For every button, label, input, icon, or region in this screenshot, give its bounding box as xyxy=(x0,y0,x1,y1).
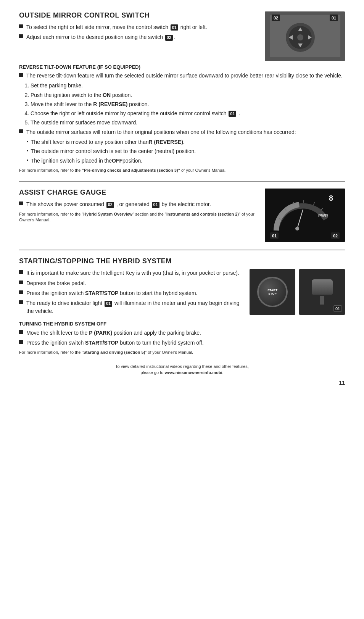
list-item: Depress the brake pedal. xyxy=(19,279,243,287)
list-item: The outside mirror surfaces move downwar… xyxy=(31,119,345,126)
badge-02-assist: 02 xyxy=(106,202,114,208)
list-item: To select the right or left side mirror,… xyxy=(19,23,258,31)
footer-line2: please go to www.nissanownersinfo.mobi. xyxy=(140,370,223,375)
turning-off-bullet-1: Move the shift lever to the P (PARK) pos… xyxy=(26,329,201,337)
reverse-tilt-bullets: The reverse tilt-down feature will turn … xyxy=(19,72,345,79)
list-item: Choose the right or left outside mirror … xyxy=(31,110,345,117)
key-shape xyxy=(312,279,333,295)
mirror-return-bullets: The outside mirror surfaces will return … xyxy=(19,128,345,136)
assist-bullet-text: This shows the power consumed 02 , or ge… xyxy=(26,200,211,208)
badge-01-assist: 01 xyxy=(152,202,159,208)
divider-2 xyxy=(19,250,345,250)
assist-bullets: This shows the power consumed 02 , or ge… xyxy=(19,200,258,208)
turning-off-bullets: Move the shift lever to the P (PARK) pos… xyxy=(19,329,345,347)
list-item: The reverse tilt-down feature will turn … xyxy=(19,72,345,79)
badge-01-hybrid: 01 xyxy=(105,301,112,307)
svg-point-10 xyxy=(295,227,299,231)
mirror-photo-inner xyxy=(270,15,340,57)
badge-02: 02 xyxy=(165,35,173,41)
mirror-section: OUTSIDE MIRROR CONTROL SWITCH To select … xyxy=(19,11,345,173)
start-stop-label: STARTSTOP xyxy=(267,289,277,296)
reverse-tilt-desc: The reverse tilt-down feature will turn … xyxy=(26,72,343,79)
turning-off-bullet-2: Press the ignition switch START/STOP but… xyxy=(26,339,204,347)
list-item: The shift lever is moved to any position… xyxy=(27,138,345,146)
footer-line1: To view detailed instructional videos re… xyxy=(115,364,249,369)
mirror-photo: 02 01 xyxy=(265,11,345,61)
list-item: The ignition switch is placed in the OFF… xyxy=(27,157,345,164)
list-item: The outside mirror control switch is set… xyxy=(27,147,345,155)
list-item: It is important to make sure the Intelli… xyxy=(19,269,243,277)
list-item: The ready to drive indicator light 01 wi… xyxy=(19,299,243,315)
hybrid-title: STARTING/STOPPING THE HYBRID SYSTEM xyxy=(19,257,345,265)
hybrid-footnote: For more information, refer to the "Star… xyxy=(19,350,345,355)
hybrid-bullets: It is important to make sure the Intelli… xyxy=(19,269,243,314)
key-badge-01: 01 xyxy=(333,305,342,312)
svg-text:8: 8 xyxy=(329,194,333,202)
badge-01-step4: 01 xyxy=(229,111,236,117)
svg-point-7 xyxy=(297,34,303,40)
list-item: Set the parking brake. xyxy=(31,82,345,89)
list-item: Move the shift lever to the R (REVERSE) … xyxy=(31,100,345,108)
gauge-inner: PWR 8 01 02 xyxy=(265,189,345,242)
mirror-bullet-1: To select the right or left side mirror,… xyxy=(26,23,207,31)
mirror-bullet-2: Adjust each mirror to the desired positi… xyxy=(26,33,175,41)
assist-footnote: For more information, refer to the "Hybr… xyxy=(19,211,258,223)
bullet-icon xyxy=(19,290,23,294)
mirror-image: 02 01 xyxy=(265,11,345,61)
list-item: Press the ignition switch START/STOP but… xyxy=(19,339,345,347)
hybrid-images: STARTSTOP 01 xyxy=(250,269,345,315)
bullet-icon xyxy=(19,300,23,304)
mirror-svg xyxy=(270,15,340,57)
key-stem xyxy=(320,296,324,305)
bullet-icon xyxy=(19,270,23,274)
final-footnote: To view detailed instructional videos re… xyxy=(19,363,345,376)
mirror-conditions: The shift lever is moved to any position… xyxy=(27,138,345,164)
reverse-tilt-steps: Set the parking brake. Push the ignition… xyxy=(31,82,345,126)
footer-url: www.nissanownersinfo.mobi xyxy=(164,370,222,375)
hybrid-bullet-4: The ready to drive indicator light 01 wi… xyxy=(26,299,243,315)
svg-text:PWR: PWR xyxy=(318,213,328,218)
hybrid-bullet-1: It is important to make sure the Intelli… xyxy=(26,269,239,277)
bullet-icon xyxy=(19,280,23,284)
mirror-bullet-list: To select the right or left side mirror,… xyxy=(19,23,258,41)
gauge-photo: PWR 8 01 02 xyxy=(265,189,345,242)
hybrid-bullet-2: Depress the brake pedal. xyxy=(26,279,86,287)
list-item: Move the shift lever to the P (PARK) pos… xyxy=(19,329,345,337)
mirror-footnote: For more information, refer to the "Pre-… xyxy=(19,168,345,173)
mirror-content: OUTSIDE MIRROR CONTROL SWITCH To select … xyxy=(19,11,258,44)
page-number: 11 xyxy=(19,380,345,386)
image-badge-01: 01 xyxy=(330,15,338,21)
bullet-icon xyxy=(19,24,23,28)
list-item: Push the ignition switch to the ON posit… xyxy=(31,91,345,99)
turning-off-title: TURNING THE HYBRID SYSTEM OFF xyxy=(19,321,345,327)
list-item: The outside mirror surfaces will return … xyxy=(19,128,345,136)
list-item: Press the ignition switch START/STOP but… xyxy=(19,289,243,297)
start-stop-button-visual: STARTSTOP xyxy=(257,277,288,307)
bullet-icon xyxy=(19,34,23,38)
reverse-tilt-title: REVERSE TILT-DOWN FEATURE (if so equippe… xyxy=(19,64,345,70)
assist-title: ASSIST CHARGE GAUGE xyxy=(19,189,258,197)
hybrid-content: It is important to make sure the Intelli… xyxy=(19,269,243,317)
mirror-return-text: The outside mirror surfaces will return … xyxy=(26,128,296,136)
bullet-icon xyxy=(19,73,23,77)
gauge-badge-02: 02 xyxy=(331,232,340,239)
key-image: 01 xyxy=(299,269,345,315)
list-item: Adjust each mirror to the desired positi… xyxy=(19,33,258,41)
mirror-title: OUTSIDE MIRROR CONTROL SWITCH xyxy=(19,11,258,19)
hybrid-section: STARTING/STOPPING THE HYBRID SYSTEM It i… xyxy=(19,257,345,355)
assist-section: ASSIST CHARGE GAUGE This shows the power… xyxy=(19,189,345,242)
bullet-icon xyxy=(19,129,23,133)
image-badge-02: 02 xyxy=(272,15,280,21)
divider-1 xyxy=(19,181,345,182)
hybrid-bullet-3: Press the ignition switch START/STOP but… xyxy=(26,289,197,297)
assist-content: ASSIST CHARGE GAUGE This shows the power… xyxy=(19,189,258,223)
start-stop-image: STARTSTOP xyxy=(250,269,295,315)
assist-image: PWR 8 01 02 xyxy=(265,189,345,242)
list-item: This shows the power consumed 02 , or ge… xyxy=(19,200,258,208)
bullet-icon xyxy=(19,340,23,344)
badge-01: 01 xyxy=(171,24,178,31)
bullet-icon xyxy=(19,330,23,334)
gauge-badge-01: 01 xyxy=(270,232,279,239)
bullet-icon xyxy=(19,201,23,205)
